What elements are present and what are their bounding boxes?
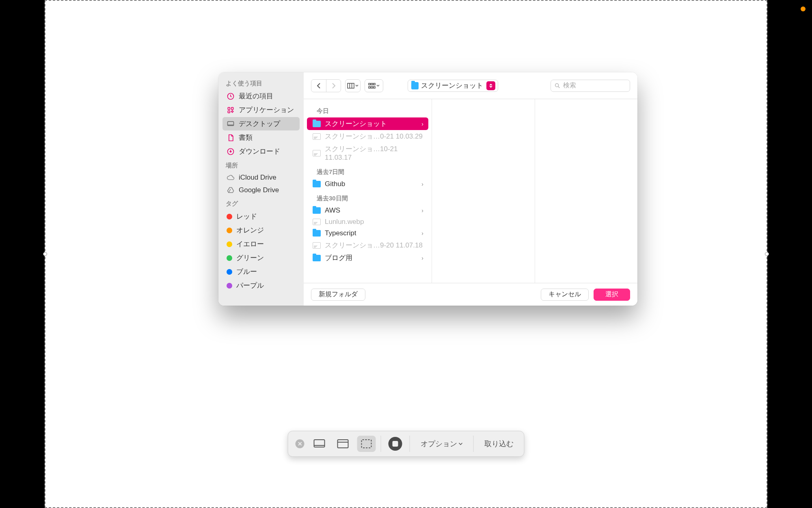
image-file-icon [313, 242, 321, 249]
record-icon [389, 437, 402, 451]
gdrive-icon [227, 186, 235, 194]
tag-dot-icon [227, 255, 232, 261]
forward-button[interactable] [326, 80, 341, 92]
tag-dot-icon [227, 228, 232, 233]
path-stepper-icon [486, 81, 495, 90]
search-input[interactable]: 検索 [551, 80, 630, 92]
selection-handle-left[interactable] [43, 252, 47, 256]
divider [473, 436, 474, 452]
folder-row[interactable]: Github› [307, 178, 428, 190]
canvas-area: よく使う項目 最近の項目 アプリケーション デスクトップ 書類 [45, 0, 767, 508]
record-button[interactable] [384, 432, 407, 455]
folder-row[interactable]: AWS› [307, 205, 428, 216]
file-label: ブログ用 [325, 253, 352, 263]
sidebar-item-label: ダウンロード [239, 147, 280, 156]
desktop-icon [227, 120, 235, 128]
sidebar-item-label: iCloud Drive [239, 174, 276, 182]
sidebar-item-label: レッド [236, 212, 257, 221]
divider [410, 436, 410, 452]
column-group-header: 過去7日間 [304, 163, 432, 178]
back-button[interactable] [311, 80, 326, 92]
svg-rect-3 [228, 111, 230, 113]
sidebar-item-icloud[interactable]: iCloud Drive [222, 172, 300, 184]
capture-selection-button[interactable] [355, 432, 378, 455]
file-label: スクリーンショ…0-21 10.03.29 [325, 132, 423, 141]
capture-window-button[interactable] [331, 432, 355, 455]
sidebar-item-recents[interactable]: 最近の項目 [222, 89, 300, 103]
sidebar-item-label: 最近の項目 [239, 91, 273, 101]
file-label: スクリーンショ…10-21 11.03.17 [325, 144, 423, 162]
sidebar-item-downloads[interactable]: ダウンロード [222, 145, 300, 158]
sidebar-item-label: ブルー [236, 267, 257, 276]
column-group-header: 過去30日間 [304, 190, 432, 205]
view-columns-button[interactable] [346, 80, 360, 92]
svg-rect-9 [374, 83, 375, 85]
column-3[interactable] [535, 99, 638, 283]
path-label: スクリーンショット [421, 81, 483, 90]
sidebar-header-tags: タグ [218, 197, 304, 209]
close-button[interactable]: ✕ [296, 439, 304, 448]
capture-button[interactable]: 取り込む [476, 432, 522, 455]
sidebar-item-label: 書類 [239, 133, 253, 142]
svg-rect-2 [231, 107, 233, 109]
file-picker-dialog: よく使う項目 最近の項目 アプリケーション デスクトップ 書類 [218, 72, 637, 306]
sidebar-item-applications[interactable]: アプリケーション [222, 103, 300, 117]
document-icon [227, 134, 235, 142]
file-label: スクリーンショット [325, 119, 387, 128]
sidebar-tag-orange[interactable]: オレンジ [222, 224, 300, 237]
sidebar-item-label: グリーン [236, 253, 264, 263]
svg-rect-10 [369, 87, 370, 88]
svg-rect-1 [228, 107, 230, 109]
svg-rect-11 [371, 87, 373, 88]
svg-rect-15 [338, 440, 348, 448]
folder-row[interactable]: スクリーンショット› [307, 117, 428, 130]
capture-entire-screen-button[interactable] [308, 432, 331, 455]
new-folder-button[interactable]: 新規フォルダ [311, 289, 365, 301]
sidebar-tag-red[interactable]: レッド [222, 210, 300, 223]
divider [381, 436, 381, 452]
tag-dot-icon [227, 269, 232, 275]
sidebar-item-label: デスクトップ [239, 119, 280, 128]
folder-icon [313, 121, 321, 127]
sidebar-item-documents[interactable]: 書類 [222, 131, 300, 144]
cancel-button[interactable]: キャンセル [541, 289, 589, 301]
download-icon [227, 148, 235, 156]
file-row[interactable]: スクリーンショ…0-21 10.03.29 [307, 130, 428, 143]
finder-toolbar: スクリーンショット 検索 [304, 72, 637, 99]
chevron-down-icon [459, 443, 463, 445]
screenshot-toolbar: ✕ オプション 取り込む [288, 431, 525, 457]
sidebar-tag-blue[interactable]: ブルー [222, 265, 300, 278]
folder-row[interactable]: ブログ用› [307, 252, 428, 264]
sidebar-item-label: パープル [236, 281, 264, 290]
recording-indicator-dot [801, 7, 806, 11]
folder-row[interactable]: Typescript› [307, 228, 428, 239]
file-row[interactable]: スクリーンショ…9-20 11.07.18 [307, 239, 428, 252]
choose-button[interactable]: 選択 [594, 289, 630, 301]
sidebar-header-favorites: よく使う項目 [218, 76, 304, 89]
sidebar-tag-yellow[interactable]: イエロー [222, 237, 300, 251]
sidebar-tag-green[interactable]: グリーン [222, 251, 300, 265]
folder-icon [313, 255, 321, 261]
path-popup-button[interactable]: スクリーンショット [408, 80, 498, 92]
sidebar-header-locations: 場所 [218, 158, 304, 171]
file-row[interactable]: スクリーンショ…10-21 11.03.17 [307, 143, 428, 163]
svg-rect-16 [362, 440, 371, 448]
folder-icon [313, 207, 321, 214]
finder-sidebar: よく使う項目 最近の項目 アプリケーション デスクトップ 書類 [218, 72, 304, 306]
sidebar-item-desktop[interactable]: デスクトップ [222, 117, 300, 130]
group-by-button[interactable] [365, 80, 383, 92]
svg-rect-8 [371, 83, 373, 85]
selection-handle-right[interactable] [765, 252, 769, 256]
sidebar-item-gdrive[interactable]: Google Drive [222, 184, 300, 196]
column-1[interactable]: 今日スクリーンショット›スクリーンショ…0-21 10.03.29スクリーンショ… [304, 99, 432, 283]
chevron-right-icon: › [421, 181, 423, 187]
sidebar-item-label: Google Drive [239, 186, 279, 194]
column-group-header: 今日 [304, 102, 432, 117]
file-label: Typescript [325, 229, 356, 237]
sidebar-tag-purple[interactable]: パープル [222, 279, 300, 292]
svg-point-13 [555, 83, 559, 87]
options-button[interactable]: オプション [412, 432, 471, 455]
column-2[interactable] [432, 99, 535, 283]
sidebar-item-label: オレンジ [236, 226, 264, 235]
file-row[interactable]: Lunlun.webp [307, 216, 428, 228]
